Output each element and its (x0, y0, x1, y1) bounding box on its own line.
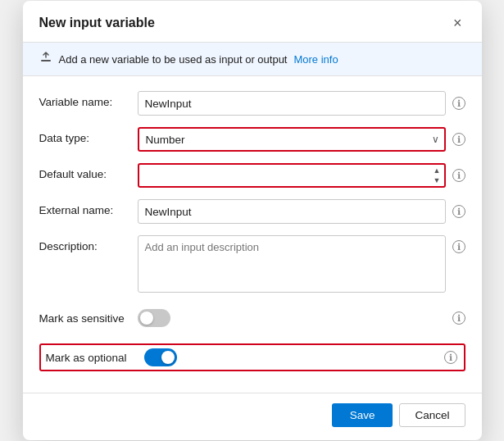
description-row: Description: ℹ (39, 235, 465, 293)
mark-sensitive-toggle[interactable] (138, 309, 170, 327)
data-type-select-wrap: Text Number Boolean Date List Custom obj… (138, 127, 446, 152)
spinners: ▲ ▼ (432, 166, 443, 185)
variable-name-control: ℹ (138, 91, 465, 116)
external-name-input[interactable] (138, 199, 446, 224)
default-value-control: ▲ ▼ ℹ (138, 163, 465, 188)
mark-sensitive-row: Mark as sensitive ℹ (39, 304, 465, 332)
mark-optional-toggle-wrap: ℹ (144, 348, 457, 366)
spinner-down-button[interactable]: ▼ (432, 176, 443, 185)
data-type-select[interactable]: Text Number Boolean Date List Custom obj… (138, 127, 446, 152)
variable-name-input[interactable] (138, 91, 446, 116)
variable-name-label: Variable name: (39, 91, 138, 108)
form-body: Variable name: ℹ Data type: Text Number … (23, 76, 482, 393)
mark-optional-label: Mark as optional (46, 352, 144, 364)
variable-name-row: Variable name: ℹ (39, 91, 465, 116)
sensitive-toggle-thumb (140, 311, 153, 325)
data-type-control: Text Number Boolean Date List Custom obj… (138, 127, 465, 152)
info-banner: Add a new variable to be used as input o… (23, 43, 482, 76)
default-value-row: Default value: ▲ ▼ ℹ (39, 163, 465, 188)
save-button[interactable]: Save (332, 403, 393, 427)
cancel-button[interactable]: Cancel (399, 403, 465, 427)
dialog-footer: Save Cancel (23, 393, 482, 440)
data-type-info-icon[interactable]: ℹ (452, 133, 465, 146)
more-info-link[interactable]: More info (293, 53, 338, 66)
new-input-variable-dialog: New input variable × Add a new variable … (23, 1, 482, 440)
external-name-info-icon[interactable]: ℹ (452, 205, 465, 218)
banner-text: Add a new variable to be used as input o… (59, 53, 288, 66)
svg-rect-0 (41, 60, 51, 61)
default-value-wrap: ▲ ▼ (138, 163, 446, 188)
external-name-row: External name: ℹ (39, 199, 465, 224)
description-control: ℹ (138, 235, 465, 293)
dialog-header: New input variable × (23, 1, 482, 43)
description-textarea[interactable] (138, 235, 446, 293)
upload-icon (39, 51, 52, 67)
external-name-control: ℹ (138, 199, 465, 224)
description-label: Description: (39, 235, 138, 252)
mark-sensitive-label: Mark as sensitive (39, 312, 138, 325)
default-value-input[interactable] (138, 163, 446, 188)
mark-sensitive-toggle-wrap: ℹ (138, 309, 465, 327)
external-name-label: External name: (39, 199, 138, 216)
variable-name-info-icon[interactable]: ℹ (452, 97, 465, 110)
mark-optional-toggle[interactable] (144, 348, 177, 366)
mark-optional-row: Mark as optional ℹ (39, 343, 465, 371)
data-type-row: Data type: Text Number Boolean Date List… (39, 127, 465, 152)
optional-toggle-thumb (161, 351, 175, 364)
data-type-label: Data type: (39, 127, 138, 144)
mark-sensitive-info-icon[interactable]: ℹ (452, 311, 465, 325)
default-value-label: Default value: (39, 163, 138, 180)
spinner-up-button[interactable]: ▲ (432, 166, 443, 175)
dialog-title: New input variable (39, 16, 155, 30)
description-info-icon[interactable]: ℹ (452, 240, 465, 253)
default-value-info-icon[interactable]: ℹ (452, 169, 465, 182)
mark-optional-info-icon[interactable]: ℹ (444, 351, 457, 364)
close-button[interactable]: × (450, 14, 465, 32)
